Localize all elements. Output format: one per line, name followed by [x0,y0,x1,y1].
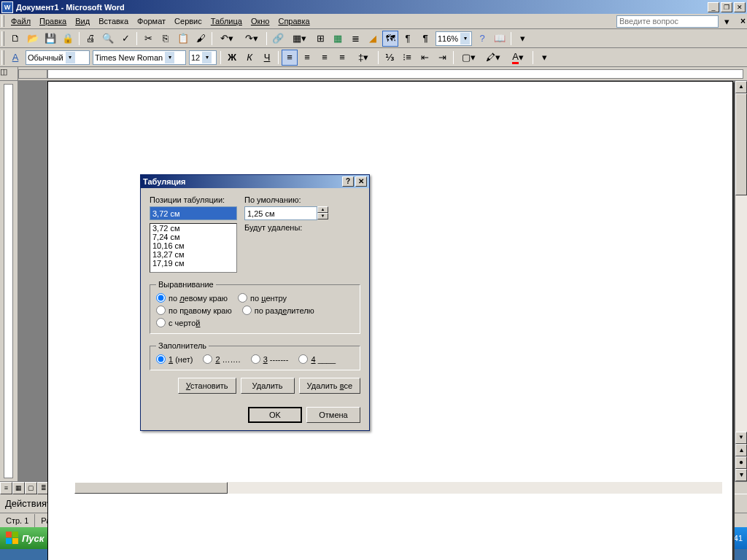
hyperlink-icon[interactable]: 🔗 [270,31,286,47]
dialog-titlebar[interactable]: Табуляция ? ✕ [141,175,369,188]
borders-icon[interactable]: ▢▾ [457,50,480,66]
highlight-icon[interactable]: 🖍▾ [481,50,505,66]
zoom-combo[interactable]: 116%▾ [436,31,472,46]
align-right-icon[interactable]: ≡ [317,50,333,66]
menu-edit[interactable]: Правка [35,15,71,27]
menu-format[interactable]: Формат [133,15,170,27]
menu-help[interactable]: Справка [274,15,314,27]
scroll-up-button[interactable]: ▲ [735,81,747,93]
hscroll-thumb[interactable] [74,482,228,494]
format-painter-icon[interactable]: 🖌 [193,31,209,47]
toolbar-options-icon[interactable]: ▾ [514,31,530,47]
vertical-ruler[interactable] [0,81,18,481]
spin-down[interactable]: ▼ [317,213,328,219]
doc-close-button[interactable]: × [740,16,746,26]
font-color-icon[interactable]: A▾ [506,50,530,66]
insert-table-icon[interactable]: ⊞ [312,31,328,47]
show-formatting-icon[interactable]: ¶ [400,31,416,47]
ok-button[interactable]: OK [248,407,302,423]
leader-underline-radio[interactable]: 4 ____ [298,354,336,364]
excel-icon[interactable]: ▦ [330,31,346,47]
doc-map-icon[interactable]: 🗺 [382,31,398,47]
clear-button[interactable]: Удалить [241,378,295,394]
list-item[interactable]: 17,19 см [150,259,236,268]
font-size-combo[interactable]: 12▾ [189,50,217,65]
help-dropdown[interactable]: ▾ [719,13,735,29]
columns-icon[interactable]: ≣ [347,31,363,47]
list-item[interactable]: 7,24 см [150,233,236,241]
read-mode-icon[interactable]: 📖 [492,31,508,47]
minimize-button[interactable]: _ [708,2,719,12]
menubar-grip[interactable] [1,15,4,27]
open-icon[interactable]: 📂 [25,31,41,47]
align-decimal-radio[interactable]: по разделителю [242,306,314,315]
leader-none-radio[interactable]: 1 (нет) [156,354,193,364]
print-icon[interactable]: 🖨 [82,31,98,47]
menu-window[interactable]: Окно [247,15,274,27]
default-tab-input[interactable] [244,206,317,220]
align-justify-icon[interactable]: ≡ [334,50,350,66]
leader-dashes-radio[interactable]: 3 ------- [251,354,289,364]
paste-icon[interactable]: 📋 [175,31,191,47]
leader-dots-radio[interactable]: 2 ……. [203,354,240,364]
next-page-button[interactable]: ▾ [735,469,747,481]
align-right-radio[interactable]: по правому краю [156,306,232,315]
redo-icon[interactable]: ↷▾ [240,31,263,47]
help-icon[interactable]: ? [474,31,490,47]
align-left-radio[interactable]: по левому краю [156,293,228,303]
line-spacing-icon[interactable]: ‡▾ [352,50,375,66]
horizontal-ruler[interactable] [18,67,747,80]
select-browse-button[interactable]: ● [735,456,747,469]
toolbar-grip-2[interactable] [1,50,4,65]
menu-table[interactable]: Таблица [206,15,247,27]
copy-icon[interactable]: ⎘ [158,31,174,47]
set-button[interactable]: Установить [178,378,236,394]
increase-indent-icon[interactable]: ⇥ [434,50,450,66]
toolbar-options-2-icon[interactable]: ▾ [536,50,552,66]
styles-pane-icon[interactable]: A [7,50,23,66]
align-center-radio[interactable]: по центру [238,293,287,303]
decrease-indent-icon[interactable]: ⇤ [417,50,433,66]
start-button[interactable]: Пуск [0,527,54,549]
dialog-help-button[interactable]: ? [342,176,354,187]
tab-position-list[interactable]: 3,72 см 7,24 см 10,16 см 13,27 см 17,19 … [150,223,237,273]
menu-tools[interactable]: Сервис [170,15,206,27]
scroll-down-button[interactable]: ▼ [735,432,747,444]
font-combo[interactable]: Times New Roman▾ [93,50,186,65]
clear-all-button[interactable]: Удалить все [299,378,360,394]
spellcheck-icon[interactable]: ✓ [117,31,133,47]
permission-icon[interactable]: 🔒 [60,31,76,47]
numbering-icon[interactable]: ⅓ [382,50,398,66]
underline-icon[interactable]: Ч [259,50,275,66]
restore-button[interactable]: ❐ [721,2,732,12]
bullets-icon[interactable]: ⁝≡ [399,50,415,66]
align-left-icon[interactable]: ≡ [282,50,298,66]
tab-position-input[interactable] [150,206,237,220]
spin-up[interactable]: ▲ [317,206,328,213]
cancel-button[interactable]: Отмена [306,407,360,423]
align-bar-radio[interactable]: с чертой [156,318,200,327]
drawing-icon[interactable]: ◢ [365,31,381,47]
help-search-input[interactable] [616,15,719,28]
print-layout-button[interactable]: ▢ [25,482,37,494]
menu-view[interactable]: Вид [71,15,94,27]
show-hide-icon[interactable]: ¶ [417,31,433,47]
italic-icon[interactable]: К [241,50,258,66]
default-tab-spinner[interactable]: ▲▼ [244,206,328,220]
hscroll-track[interactable] [74,482,722,494]
list-item[interactable]: 10,16 см [150,241,236,250]
document-area[interactable]: Табуляция ? ✕ Позиции табуляции: 3,72 см… [18,81,735,481]
prev-page-button[interactable]: ▴ [735,444,747,456]
style-combo[interactable]: Обычный▾ [26,50,90,65]
list-item[interactable]: 13,27 см [150,250,236,259]
menu-file[interactable]: Файл [7,15,35,27]
dialog-close-button[interactable]: ✕ [355,176,367,187]
normal-view-button[interactable]: ≡ [0,482,12,494]
new-doc-icon[interactable]: 🗋 [7,31,23,47]
undo-icon[interactable]: ↶▾ [215,31,239,47]
save-icon[interactable]: 💾 [42,31,58,47]
cut-icon[interactable]: ✂ [140,31,156,47]
align-center-icon[interactable]: ≡ [299,50,315,66]
scroll-track[interactable] [735,93,747,432]
menu-insert[interactable]: Вставка [94,15,133,27]
